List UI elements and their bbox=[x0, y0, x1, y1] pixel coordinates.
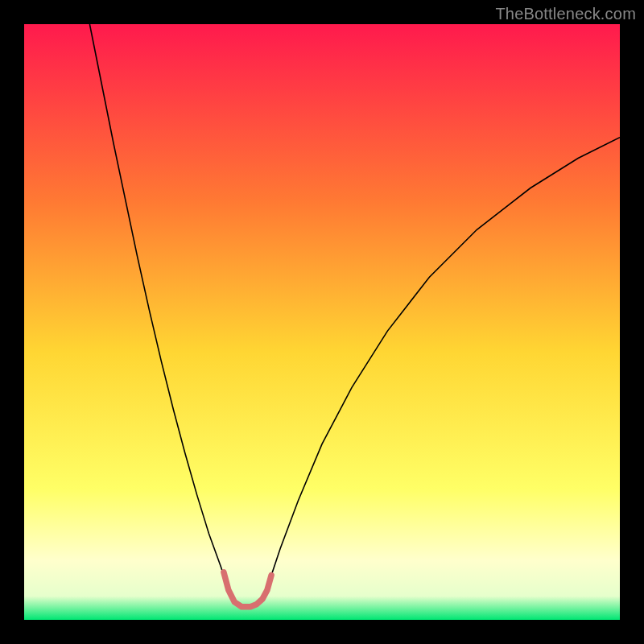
watermark-text: TheBottleneck.com bbox=[495, 5, 636, 23]
chart-frame: TheBottleneck.com bbox=[0, 0, 644, 644]
bottleneck-chart bbox=[24, 24, 620, 620]
plot-background bbox=[24, 24, 620, 620]
